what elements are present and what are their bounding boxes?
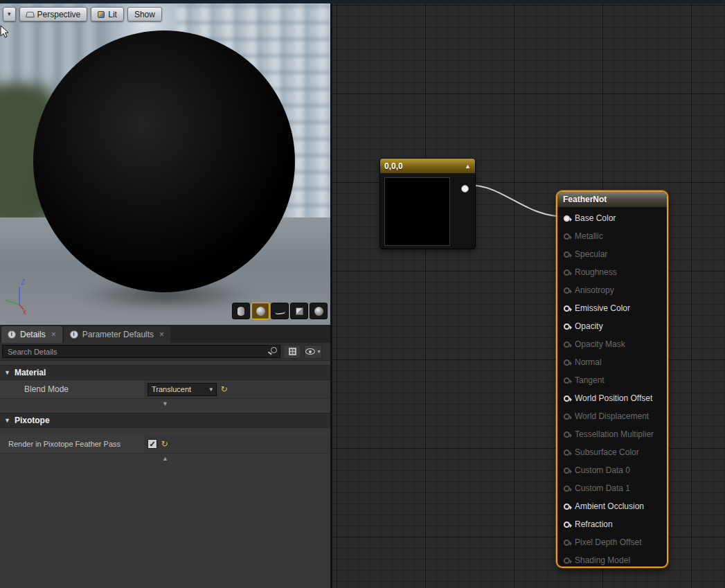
- feather-pass-label: Render in Pixotope Feather Pass: [0, 435, 145, 453]
- pin-circle-icon[interactable]: [564, 341, 570, 348]
- blend-mode-label: Blend Mode: [0, 380, 145, 398]
- pin-circle-icon[interactable]: [564, 413, 570, 420]
- chevron-down-icon: ▾: [317, 348, 320, 355]
- pin-circle-icon[interactable]: [564, 395, 570, 402]
- pin-circle-icon[interactable]: [564, 467, 570, 474]
- pin-circle-icon[interactable]: [564, 504, 570, 510]
- material-editor-window: ▾ Perspective Lit Show Z x: [0, 0, 725, 588]
- pin-anisotropy[interactable]: Anisotropy: [557, 281, 667, 299]
- pin-circle-icon[interactable]: [564, 540, 570, 546]
- close-icon[interactable]: ×: [159, 330, 164, 339]
- advanced-expander-down[interactable]: ▼: [0, 399, 330, 409]
- constant-node-title: 0,0,0: [384, 161, 403, 171]
- pin-opacity[interactable]: Opacity: [557, 317, 667, 335]
- lit-mode-button[interactable]: Lit: [91, 7, 124, 21]
- pin-circle-icon[interactable]: [564, 287, 570, 294]
- details-panel: Details × Parameter Defaults × ▾: [0, 325, 330, 588]
- pin-tangent[interactable]: Tangent: [557, 371, 667, 389]
- cube-icon: [296, 308, 303, 315]
- pin-roughness[interactable]: Roughness: [557, 263, 667, 281]
- pin-metallic[interactable]: Metallic: [557, 227, 667, 245]
- pin-pixel-depth-offset[interactable]: Pixel Depth Offset: [557, 533, 667, 551]
- pin-custom-data-1[interactable]: Custom Data 1: [557, 479, 667, 497]
- pin-subsurface-color[interactable]: Subsurface Color: [557, 443, 667, 461]
- pin-opacity-mask[interactable]: Opacity Mask: [557, 335, 667, 353]
- reset-to-default-icon[interactable]: ↺: [221, 385, 228, 393]
- expand-arrow-icon: ▼: [4, 369, 10, 376]
- pin-tessellation-multiplier[interactable]: Tessellation Multiplier: [557, 425, 667, 443]
- grid-icon: [289, 348, 296, 355]
- material-graph-editor[interactable]: 0,0,0 ▲ FeatherNot Base ColorMetallicSpe…: [330, 3, 725, 588]
- pin-specular[interactable]: Specular: [557, 245, 667, 263]
- sphere-icon: [256, 307, 265, 316]
- pin-emissive-color[interactable]: Emissive Color: [557, 299, 667, 317]
- pin-circle-icon[interactable]: [564, 359, 570, 366]
- chevron-down-icon: ▾: [8, 11, 11, 17]
- pin-circle-icon[interactable]: [564, 449, 570, 456]
- pin-circle-icon[interactable]: [564, 269, 570, 276]
- pin-world-position-offset[interactable]: World Position Offset: [557, 389, 667, 407]
- cylinder-icon: [238, 307, 244, 316]
- material-pins: Base ColorMetallicSpecularRoughnessAniso…: [557, 209, 667, 569]
- material-node-title: FeatherNot: [563, 195, 607, 204]
- preview-mesh-material-ball-button[interactable]: [310, 303, 328, 319]
- pin-circle-icon[interactable]: [564, 215, 570, 222]
- pin-circle-icon[interactable]: [564, 323, 570, 330]
- viewport-toolbar: ▾ Perspective Lit Show: [3, 7, 162, 21]
- collapse-node-icon[interactable]: ▲: [465, 163, 471, 170]
- pin-base-color[interactable]: Base Color: [557, 209, 667, 227]
- category-material[interactable]: ▼ Material: [0, 365, 330, 380]
- axis-gizmo: Z x: [1, 275, 35, 315]
- preview-sphere: [33, 30, 295, 292]
- preview-mesh-buttons: [232, 303, 328, 319]
- constant-color-node[interactable]: 0,0,0 ▲: [379, 158, 476, 249]
- feather-pass-row: Render in Pixotope Feather Pass ✓ ↺: [0, 435, 330, 454]
- pin-refraction[interactable]: Refraction: [557, 515, 667, 533]
- tab-parameter-defaults[interactable]: Parameter Defaults ×: [64, 326, 170, 343]
- view-options-button[interactable]: ▾: [304, 345, 322, 359]
- search-icon: [271, 347, 277, 353]
- pin-circle-icon[interactable]: [564, 431, 570, 438]
- search-box: [2, 345, 280, 358]
- pin-circle-icon[interactable]: [564, 377, 570, 384]
- preview-mesh-plane-button[interactable]: [271, 303, 289, 319]
- pin-circle-icon[interactable]: [564, 233, 570, 240]
- eye-icon: [305, 348, 315, 355]
- pin-world-displacement[interactable]: World Displacement: [557, 407, 667, 425]
- advanced-expander-up[interactable]: ▲: [0, 454, 330, 463]
- pin-circle-icon[interactable]: [564, 251, 570, 258]
- feather-pass-checkbox[interactable]: ✓: [147, 439, 157, 449]
- wire-constant-to-basecolor[interactable]: [468, 185, 566, 217]
- preview-mesh-cube-button[interactable]: [290, 303, 308, 319]
- material-result-node[interactable]: FeatherNot Base ColorMetallicSpecularRou…: [556, 190, 668, 568]
- blend-mode-dropdown[interactable]: Translucent ▾: [147, 383, 217, 396]
- show-button[interactable]: Show: [127, 7, 162, 21]
- pin-ambient-occlusion[interactable]: Ambient Occlusion: [557, 497, 667, 515]
- details-search-row: ▾: [0, 343, 330, 361]
- blend-mode-row: Blend Mode Translucent ▾ ↺: [0, 380, 330, 399]
- close-icon[interactable]: ×: [51, 330, 56, 339]
- lit-cube-icon: [98, 11, 105, 18]
- property-matrix-button[interactable]: [283, 345, 301, 359]
- preview-mesh-sphere-button[interactable]: [251, 303, 269, 319]
- tab-details[interactable]: Details ×: [1, 326, 62, 343]
- pin-circle-icon[interactable]: [564, 485, 570, 492]
- viewport-options-button[interactable]: ▾: [3, 7, 16, 21]
- details-tab-icon: [8, 330, 16, 339]
- pin-circle-icon[interactable]: [564, 522, 570, 528]
- pin-normal[interactable]: Normal: [557, 353, 667, 371]
- category-pixotope[interactable]: ▼ Pixotope: [0, 413, 330, 428]
- preview-mesh-cylinder-button[interactable]: [232, 303, 250, 319]
- pin-shading-model[interactable]: Shading Model: [557, 551, 667, 569]
- search-input[interactable]: [2, 345, 280, 358]
- material-preview-viewport[interactable]: ▾ Perspective Lit Show Z x: [0, 3, 330, 325]
- constant-output-pin[interactable]: [461, 185, 469, 193]
- perspective-button[interactable]: Perspective: [19, 7, 88, 21]
- chevron-down-icon: ▾: [209, 386, 213, 393]
- pin-circle-icon[interactable]: [564, 305, 570, 312]
- reset-to-default-icon[interactable]: ↺: [161, 440, 168, 448]
- color-swatch[interactable]: [384, 177, 450, 246]
- pin-custom-data-0[interactable]: Custom Data 0: [557, 461, 667, 479]
- axis-z-label: Z: [21, 278, 25, 286]
- pin-circle-icon[interactable]: [564, 558, 570, 564]
